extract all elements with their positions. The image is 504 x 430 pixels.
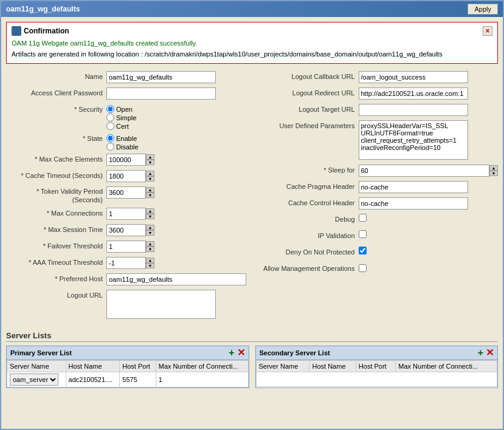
max-cache-elements-up[interactable]: ▲ xyxy=(146,154,154,160)
apply-button[interactable]: Apply xyxy=(468,4,498,15)
server-name-select[interactable]: oam_server xyxy=(10,374,58,386)
cache-timeout-up[interactable]: ▲ xyxy=(146,171,154,176)
preferred-host-input[interactable] xyxy=(106,273,246,285)
logout-url-input-wrapper xyxy=(106,290,246,321)
debug-row: Debug xyxy=(258,214,499,227)
max-connections-input[interactable] xyxy=(106,208,146,220)
primary-add-button[interactable]: + xyxy=(229,348,234,358)
failover-threshold-input[interactable] xyxy=(106,241,146,253)
table-row xyxy=(256,372,497,386)
deny-on-not-protected-wrapper xyxy=(359,247,499,254)
sleep-for-wrapper: ▲ ▼ xyxy=(359,165,499,177)
max-session-label: * Max Session Time xyxy=(6,224,106,233)
deny-on-not-protected-label: Deny On Not Protected xyxy=(258,247,359,256)
state-disable-radio[interactable] xyxy=(106,143,114,151)
security-radio-group: Open Simple Cert xyxy=(106,104,246,130)
deny-on-not-protected-row: Deny On Not Protected xyxy=(258,247,499,260)
aaa-timeout-down[interactable]: ▼ xyxy=(146,263,154,268)
primary-remove-button[interactable]: ✕ xyxy=(237,348,245,358)
secondary-col-host-name: Host Name xyxy=(309,360,356,372)
max-connections-down[interactable]: ▼ xyxy=(146,214,154,219)
security-cert-label: Cert xyxy=(116,123,129,130)
primary-server-list-panel: Primary Server List + ✕ Server Name Host… xyxy=(6,346,249,388)
name-input[interactable] xyxy=(106,71,216,83)
secondary-remove-button[interactable]: ✕ xyxy=(486,348,494,358)
logout-redirect-url-row: Logout Redirect URL xyxy=(258,87,499,101)
max-session-down[interactable]: ▼ xyxy=(146,230,154,236)
secondary-server-table: Server Name Host Name Host Port Max Numb… xyxy=(256,360,498,387)
logout-url-textarea[interactable] xyxy=(106,290,216,319)
aaa-timeout-wrapper: ▲ ▼ xyxy=(106,257,246,269)
primary-row-server-name: oam_server xyxy=(7,372,66,387)
window-title: oam11g_wg_defaults xyxy=(6,5,80,13)
aaa-timeout-input[interactable] xyxy=(106,257,146,269)
failover-threshold-wrapper: ▲ ▼ xyxy=(106,241,246,253)
aaa-timeout-label: * AAA Timeout Threshold xyxy=(6,257,106,266)
security-row: * Security Open Simple Cert xyxy=(6,104,246,130)
max-connections-row: * Max Connections ▲ ▼ xyxy=(6,208,246,221)
token-validity-spinner: ▲ ▼ xyxy=(146,187,154,198)
primary-col-host-port: Host Port xyxy=(120,360,156,372)
cache-control-header-input[interactable] xyxy=(359,197,468,210)
max-connections-up[interactable]: ▲ xyxy=(146,208,154,214)
confirmation-icon xyxy=(12,26,21,36)
cache-control-header-wrapper xyxy=(359,197,499,210)
sleep-for-up[interactable]: ▲ xyxy=(489,165,498,171)
max-session-up[interactable]: ▲ xyxy=(146,225,154,230)
cache-timeout-down[interactable]: ▼ xyxy=(146,176,154,182)
debug-label: Debug xyxy=(258,214,359,223)
security-simple-radio[interactable] xyxy=(106,114,114,121)
aaa-timeout-up[interactable]: ▲ xyxy=(146,258,154,263)
allow-management-checkbox[interactable] xyxy=(359,264,367,272)
logout-callback-url-input[interactable] xyxy=(359,71,468,83)
max-cache-elements-down[interactable]: ▼ xyxy=(146,160,154,165)
token-validity-input[interactable] xyxy=(106,186,146,199)
logout-target-url-row: Logout Target URL xyxy=(258,104,499,117)
access-client-password-input-wrapper xyxy=(106,87,246,100)
debug-checkbox[interactable] xyxy=(359,214,367,222)
confirmation-header: Confirmation × xyxy=(12,26,492,36)
form-area: Name Access Client Password * Security xyxy=(6,71,498,324)
failover-threshold-up[interactable]: ▲ xyxy=(146,241,154,247)
state-enable-label: Enable xyxy=(116,135,137,142)
confirmation-line1: OAM 11g Webgate oam11g_wg_defaults creat… xyxy=(12,39,197,47)
ip-validation-checkbox[interactable] xyxy=(359,230,367,238)
deny-on-not-protected-checkbox[interactable] xyxy=(359,247,367,254)
logout-target-url-label: Logout Target URL xyxy=(258,104,359,113)
cache-pragma-header-input[interactable] xyxy=(359,181,468,193)
user-defined-params-textarea[interactable]: proxySSLHeaderVar=IS_SSL URLInUTF8Format… xyxy=(359,120,468,160)
aaa-timeout-spinner: ▲ ▼ xyxy=(146,258,154,268)
sleep-for-down[interactable]: ▼ xyxy=(489,171,498,176)
state-label: * State xyxy=(6,133,106,142)
close-confirmation-button[interactable]: × xyxy=(483,26,492,36)
secondary-server-list-actions: + ✕ xyxy=(478,348,494,358)
secondary-table-header-row: Server Name Host Name Host Port Max Numb… xyxy=(256,360,497,372)
cache-timeout-spinner: ▲ ▼ xyxy=(146,171,154,182)
max-cache-elements-input[interactable] xyxy=(106,154,146,166)
access-client-password-input[interactable] xyxy=(106,87,216,100)
security-cert-radio[interactable] xyxy=(106,122,114,130)
state-enable-radio[interactable] xyxy=(106,134,114,142)
max-session-input[interactable] xyxy=(106,224,146,236)
primary-col-server-name: Server Name xyxy=(7,360,66,372)
access-client-password-label: Access Client Password xyxy=(6,87,106,97)
allow-management-label: Allow Management Operations xyxy=(258,263,359,273)
confirmation-text: OAM 11g Webgate oam11g_wg_defaults creat… xyxy=(12,38,492,60)
table-row: oam_server adc2100521.... 5575 1 xyxy=(7,372,249,387)
name-label: Name xyxy=(6,71,106,80)
cache-pragma-header-wrapper xyxy=(359,181,499,193)
cache-timeout-input[interactable] xyxy=(106,170,146,182)
logout-redirect-url-wrapper xyxy=(359,87,499,100)
max-connections-label: * Max Connections xyxy=(6,208,106,217)
token-validity-down[interactable]: ▼ xyxy=(146,193,154,198)
security-cert-option: Cert xyxy=(106,122,246,130)
logout-redirect-url-input[interactable] xyxy=(359,87,468,100)
logout-target-url-input[interactable] xyxy=(359,104,468,116)
sleep-for-input[interactable] xyxy=(359,165,490,177)
token-validity-up[interactable]: ▲ xyxy=(146,187,154,193)
failover-threshold-down[interactable]: ▼ xyxy=(146,247,154,252)
name-row: Name xyxy=(6,71,246,84)
security-open-radio[interactable] xyxy=(106,105,114,113)
secondary-add-button[interactable]: + xyxy=(478,348,483,358)
form-right: Logout Callback URL Logout Redirect URL … xyxy=(258,71,499,324)
